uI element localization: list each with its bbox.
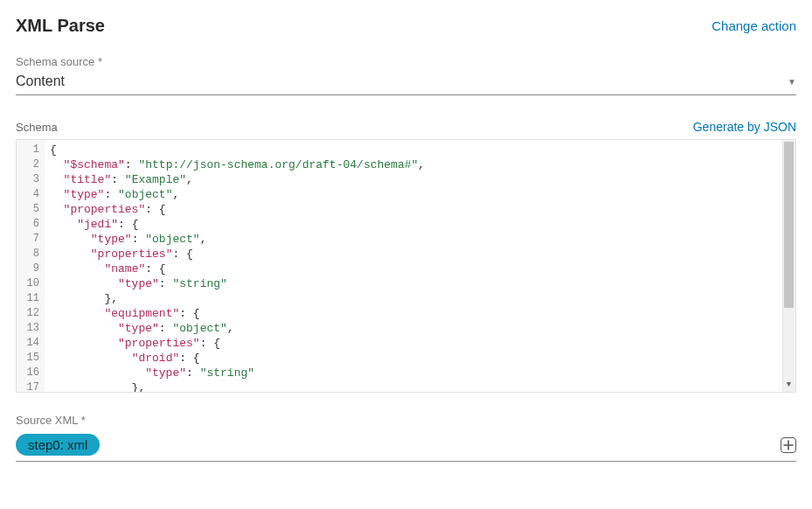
scrollbar-track[interactable]: ▲ ▼ [782, 140, 795, 392]
schema-source-field: Schema source * Content ▼ [16, 55, 796, 95]
chevron-down-icon: ▼ [788, 77, 796, 87]
change-action-link[interactable]: Change action [711, 18, 796, 33]
schema-source-value: Content [16, 73, 65, 89]
add-icon[interactable] [781, 437, 796, 453]
schema-label: Schema [16, 121, 58, 134]
code-gutter: 1234567891011121314151617181920 [17, 140, 45, 392]
scrollbar-thumb[interactable] [784, 142, 794, 308]
page-title: XML Parse [16, 16, 105, 36]
source-xml-chip[interactable]: step0: xml [16, 434, 100, 456]
scroll-down-icon[interactable]: ▼ [782, 380, 795, 392]
generate-by-json-link[interactable]: Generate by JSON [693, 120, 796, 134]
source-xml-field[interactable]: step0: xml [16, 430, 796, 462]
source-xml-label: Source XML * [16, 414, 796, 427]
code-body[interactable]: { "$schema": "http://json-schema.org/dra… [45, 140, 795, 392]
schema-source-label: Schema source * [16, 55, 796, 68]
schema-source-select[interactable]: Content ▼ [16, 72, 796, 95]
schema-code-editor[interactable]: 1234567891011121314151617181920 { "$sche… [16, 139, 796, 393]
